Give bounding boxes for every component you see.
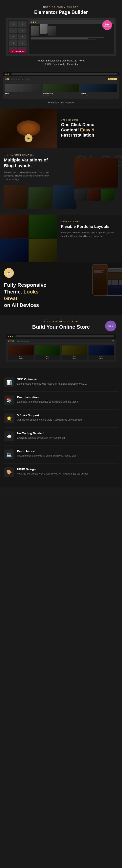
product-img-1 [8,345,34,355]
nav-2: About [16,78,19,80]
blog-section: BLOG Highly Customizable Multiple Variat… [0,148,122,215]
crab-shape [17,120,41,136]
responsive-section: ☕ Fully Responsive Theme. Looks Great on… [0,262,122,314]
product-img-4 [89,345,114,355]
play-button[interactable]: ▶ [25,134,32,142]
responsive-title: Fully Responsive Theme. Looks Great on A… [4,282,51,309]
dot-green [35,22,36,23]
features-section: 📊SEO OptimizedBenoit caters to clients w… [0,368,122,487]
portfolio-item-4 [29,239,57,262]
feature-icon-2: ⭐ [4,413,14,423]
product-img-3 [62,345,87,355]
chef-img-2 [40,24,48,34]
feature-desc-2: Our friendly support team is there if yo… [17,418,118,422]
demo-section: ▶ One Click Demo One Click DemoContent! … [0,108,122,148]
product-price-4: $11.99 [89,358,114,359]
responsive-content: ☕ Fully Responsive Theme. Looks Great on… [4,268,118,309]
nav-1: Home [11,78,15,80]
portfolio-item-1 [0,215,28,238]
blog-img-1 [4,185,27,209]
demo-left-image: ▶ [0,108,57,148]
feature-content-2: 5 Stars SupportOur friendly support team… [17,413,118,423]
feature-title-0: SEO Optimized [17,377,118,381]
store-logo: BISTRO [8,340,14,342]
product-info-2: Salad $8.99 [35,355,60,360]
blog-desc: Powerful post options offer greater cont… [4,171,51,181]
store-cart-icon: 🛒 [112,340,114,342]
store-section: woo Start Selling Anything Build Your On… [0,315,122,368]
store-navigation: BISTRO Shop Menu About 🛒 [6,339,116,343]
responsive-icon: ☕ [4,268,14,278]
elementor-logo: ⚡ elementor [10,50,26,53]
nav-3: Blog [21,78,23,80]
store-mockup: BISTRO Shop Menu About 🛒 Pizza $12.99 Sa… [6,334,116,362]
hf-col-text-2: Book a table at our restaurant [43,95,79,97]
feature-title-1: Documentation [17,396,118,399]
store-product-2: Salad $8.99 [35,345,60,360]
hf-nav-items: Home About Blog Contact [11,78,29,80]
responsive-title-line3: on All Devices [4,302,39,308]
feature-desc-1: Extensive information needed to install … [17,400,118,404]
feature-item-1: 📚DocumentationExtensive information need… [4,392,118,409]
portfolio-title: Flexible Portfolio Layouts [61,224,118,229]
portfolio-grid [0,215,57,262]
text-line-2 [31,38,88,39]
elementor-ui-mockup: ⊞ ⊟ ☰ ◎ ⊕ ✦ ▤ ◈ ⊞ ▣ [6,18,116,56]
product-name-4: Burger [89,356,114,357]
url-bar [11,73,118,75]
blog-float-sm-3 [101,189,114,200]
elements-badge: 30+ Elements [102,20,112,30]
feature-title-2: 5 Stars Support [17,413,118,417]
header-footer-section: SITE Home About Blog Contact Book Now Me… [0,70,122,108]
blog-subtitle: Highly Customizable [4,154,76,156]
blog-images [4,185,76,209]
text-line-1 [31,37,104,37]
elementor-content [29,24,114,42]
feature-item-4: 💻Demo ImportImport the full theme demo c… [4,445,118,463]
responsive-title-line2: Theme. Looks Great [4,289,39,301]
feature-content-0: SEO OptimizedBenoit caters to clients wh… [17,377,118,388]
product-info-1: Pizza $12.99 [8,355,34,360]
woo-label: woo [108,325,113,327]
hf-cta-btn: Book Now [108,78,117,80]
hf-col-title-1: Menu [5,92,41,94]
responsive-title-line1: Fully Responsive [4,282,46,288]
hf-col-title-3: Gallery [81,92,117,94]
widget-8: ◈ [18,40,27,46]
builder-subtitle: User Friendly Builder [4,6,118,8]
feature-icon-3: ☁️ [4,431,14,441]
feature-item-5: 🎨UI/UX DesignYour site will always look … [4,463,118,481]
hf-col-1: Menu Discover our exclusive menu items [5,84,41,97]
portfolio-text: Enjoy Your Cases Flexible Portfolio Layo… [57,215,122,262]
demo-highlight: Easy & [80,127,95,132]
store-product-1: Pizza $12.99 [8,345,34,360]
dot-g [8,73,9,75]
feature-title-3: No Coding Needed [17,431,118,435]
hf-col-2: Reservations Book a table at our restaur… [43,84,79,97]
elementor-main-area [29,20,114,54]
blog-left: Highly Customizable Multiple Variations … [4,154,76,209]
blog-float-sm-1 [74,189,87,200]
hf-browser-bar [3,72,119,76]
widget-7: ▤ [9,40,18,46]
feature-content-5: UI/UX DesignYour site will always look s… [17,467,118,477]
portfolio-item-3 [0,239,28,262]
hf-img-2 [43,84,79,92]
feature-title-4: Demo Import [17,450,118,453]
widget-2: ⊟ [18,21,27,27]
portfolio-item-2 [29,215,57,238]
portfolio-subtitle: Enjoy Your Cases [61,221,118,223]
store-product-3: Pasta $14.99 [62,345,87,360]
responsive-highlight: Looks Great [4,289,39,301]
widget-1: ⊞ [9,21,18,27]
feature-icon-4: 💻 [4,450,14,459]
store-browser-bar [6,334,116,339]
widget-3: ☰ [9,28,18,33]
feature-desc-3: Everyone can use Benoit with not much ef… [17,436,118,440]
product-name-3: Pasta [63,356,87,357]
elementor-header-bar [29,20,114,24]
store-url-bar [16,335,114,337]
blog-float-images [74,158,114,213]
feature-content-1: DocumentationExtensive information neede… [17,396,118,405]
blog-title: Multiple Variations of Blog Layouts [4,157,55,168]
